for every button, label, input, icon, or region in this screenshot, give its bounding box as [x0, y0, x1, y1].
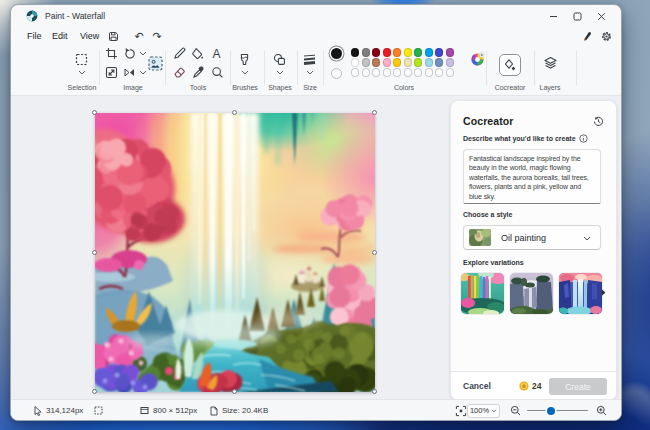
- zoom-in-button[interactable]: [596, 400, 607, 421]
- selection-handle[interactable]: [232, 110, 237, 115]
- palette-swatch-empty[interactable]: [446, 68, 454, 76]
- menu-edit[interactable]: Edit: [48, 28, 72, 45]
- variation-thumbnail-1[interactable]: [461, 273, 504, 314]
- fit-to-window-button[interactable]: [455, 400, 467, 421]
- palette-swatch[interactable]: [383, 48, 391, 56]
- palette-swatch[interactable]: [425, 48, 433, 56]
- brushes-icon[interactable]: [238, 53, 251, 66]
- close-button[interactable]: [589, 5, 613, 27]
- cocreator-button[interactable]: [499, 54, 521, 76]
- selection-handle[interactable]: [372, 110, 377, 115]
- selection-handle[interactable]: [372, 389, 377, 394]
- remove-background-icon[interactable]: [147, 55, 164, 72]
- palette-swatch[interactable]: [383, 58, 391, 66]
- brushes-dropdown-chevron[interactable]: [241, 70, 249, 75]
- zoom-slider[interactable]: [527, 404, 588, 418]
- style-dropdown[interactable]: Oil painting: [463, 225, 601, 250]
- selection-handle[interactable]: [372, 250, 377, 255]
- selection-handle[interactable]: [232, 389, 237, 394]
- palette-swatch-empty[interactable]: [435, 68, 443, 76]
- prompt-textarea[interactable]: Fantastical landscape inspired by the be…: [463, 149, 601, 204]
- palette-swatch-empty[interactable]: [425, 68, 433, 76]
- ribbon-divider: [576, 51, 577, 85]
- shapes-icon[interactable]: [273, 53, 286, 66]
- maximize-button[interactable]: [565, 5, 589, 27]
- pen-input-button[interactable]: [578, 28, 596, 45]
- palette-swatch[interactable]: [446, 58, 454, 66]
- palette-swatch-empty[interactable]: [383, 68, 391, 76]
- flip-icon[interactable]: [123, 66, 136, 79]
- save-button[interactable]: [104, 28, 122, 45]
- magnifier-tool-icon[interactable]: [211, 66, 224, 79]
- pencil-icon[interactable]: [173, 47, 186, 60]
- palette-swatch[interactable]: [404, 48, 412, 56]
- flip-dropdown-chevron[interactable]: [139, 70, 147, 75]
- style-value: Oil painting: [501, 233, 546, 243]
- shapes-dropdown-chevron[interactable]: [276, 70, 284, 75]
- variation-thumbnail-2[interactable]: [510, 273, 553, 314]
- eyedropper-icon[interactable]: [192, 66, 205, 79]
- ribbon-divider: [486, 51, 487, 85]
- palette-swatch[interactable]: [435, 48, 443, 56]
- palette-swatch-empty[interactable]: [362, 68, 370, 76]
- zoom-slider-thumb[interactable]: [547, 407, 555, 415]
- palette-swatch[interactable]: [446, 48, 454, 56]
- crop-icon[interactable]: [105, 47, 118, 60]
- selection-handle[interactable]: [92, 250, 97, 255]
- selection-dropdown-chevron[interactable]: [78, 70, 86, 75]
- palette-swatch-empty[interactable]: [393, 68, 401, 76]
- ribbon-divider: [297, 51, 298, 85]
- info-icon[interactable]: [579, 134, 588, 143]
- palette-swatch[interactable]: [404, 58, 412, 66]
- palette-swatch[interactable]: [425, 58, 433, 66]
- palette-swatch-empty[interactable]: [351, 68, 359, 76]
- minimize-button[interactable]: [541, 5, 565, 27]
- redo-button[interactable]: ↷: [148, 28, 166, 45]
- fit-to-window-icon: [455, 405, 467, 417]
- layers-icon[interactable]: [543, 56, 558, 71]
- menu-file[interactable]: File: [23, 28, 46, 45]
- palette-swatch[interactable]: [351, 58, 359, 66]
- background-color-swatch[interactable]: [331, 68, 342, 79]
- palette-swatch[interactable]: [362, 58, 370, 66]
- eraser-icon[interactable]: [173, 66, 186, 79]
- fill-icon[interactable]: [191, 47, 204, 60]
- settings-button[interactable]: [597, 28, 615, 45]
- palette-swatch[interactable]: [372, 48, 380, 56]
- variation-thumbnail-3[interactable]: [559, 273, 602, 314]
- describe-label: Describe what you'd like to create: [463, 135, 576, 142]
- palette-swatch[interactable]: [362, 48, 370, 56]
- palette-swatch[interactable]: [372, 58, 380, 66]
- rotate-icon[interactable]: [123, 47, 136, 60]
- selection-handle[interactable]: [92, 389, 97, 394]
- size-dropdown-chevron[interactable]: [306, 70, 314, 75]
- coin-icon: [519, 381, 529, 391]
- text-tool-glyph: A: [212, 47, 220, 60]
- selection-handle[interactable]: [92, 110, 97, 115]
- text-tool-icon[interactable]: A: [210, 47, 223, 60]
- palette-swatch-empty[interactable]: [414, 68, 422, 76]
- palette-swatch[interactable]: [414, 48, 422, 56]
- foreground-color-swatch[interactable]: [331, 48, 342, 59]
- palette-swatch[interactable]: [393, 58, 401, 66]
- palette-swatch-empty[interactable]: [404, 68, 412, 76]
- cancel-button[interactable]: Cancel: [463, 381, 491, 391]
- history-icon[interactable]: [593, 116, 604, 127]
- zoom-level-dropdown[interactable]: 100%: [467, 404, 500, 418]
- palette-swatch-empty[interactable]: [372, 68, 380, 76]
- resize-icon[interactable]: [105, 66, 118, 79]
- size-icon[interactable]: [303, 53, 316, 66]
- rotate-dropdown-chevron[interactable]: [139, 51, 147, 56]
- menu-view[interactable]: View: [76, 28, 103, 45]
- zoom-out-button[interactable]: [510, 400, 521, 421]
- undo-button[interactable]: ↶: [130, 28, 148, 45]
- palette-swatch[interactable]: [435, 58, 443, 66]
- palette-swatch[interactable]: [393, 48, 401, 56]
- edit-colors-icon[interactable]: [470, 52, 485, 67]
- selection-tool-icon[interactable]: [75, 53, 88, 66]
- palette-swatch[interactable]: [414, 58, 422, 66]
- variations-next-icon[interactable]: [600, 288, 607, 297]
- palette-swatch[interactable]: [351, 48, 359, 56]
- drawing-canvas[interactable]: [95, 113, 375, 392]
- create-button[interactable]: Create: [549, 378, 607, 395]
